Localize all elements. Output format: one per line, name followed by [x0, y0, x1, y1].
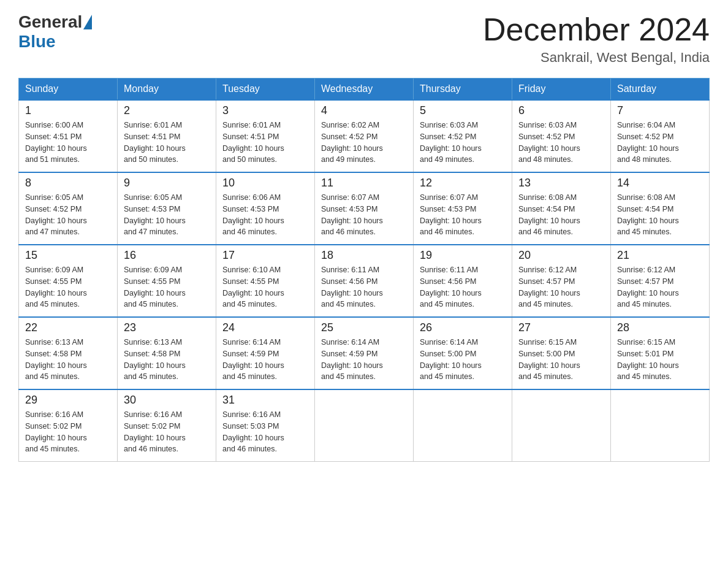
calendar-cell: 26 Sunrise: 6:14 AM Sunset: 5:00 PM Dayl… — [414, 317, 512, 389]
calendar-cell: 10 Sunrise: 6:06 AM Sunset: 4:53 PM Dayl… — [216, 172, 315, 245]
calendar-cell: 1 Sunrise: 6:00 AM Sunset: 4:51 PM Dayli… — [19, 100, 118, 172]
title-section: December 2024 Sankrail, West Bengal, Ind… — [483, 12, 710, 66]
calendar-cell: 23 Sunrise: 6:13 AM Sunset: 4:58 PM Dayl… — [118, 317, 216, 389]
column-header-wednesday: Wednesday — [315, 79, 414, 101]
day-info: Sunrise: 6:12 AM Sunset: 4:57 PM Dayligh… — [518, 264, 604, 310]
calendar-cell: 29 Sunrise: 6:16 AM Sunset: 5:02 PM Dayl… — [19, 389, 118, 462]
day-info: Sunrise: 6:04 AM Sunset: 4:52 PM Dayligh… — [617, 120, 703, 166]
calendar-cell — [512, 389, 611, 462]
day-info: Sunrise: 6:02 AM Sunset: 4:52 PM Dayligh… — [321, 120, 407, 166]
day-number: 30 — [124, 394, 210, 407]
day-info: Sunrise: 6:13 AM Sunset: 4:58 PM Dayligh… — [124, 337, 210, 383]
day-number: 31 — [222, 394, 308, 407]
day-info: Sunrise: 6:07 AM Sunset: 4:53 PM Dayligh… — [420, 192, 506, 238]
calendar-cell: 19 Sunrise: 6:11 AM Sunset: 4:56 PM Dayl… — [414, 245, 512, 317]
day-info: Sunrise: 6:12 AM Sunset: 4:57 PM Dayligh… — [617, 264, 703, 310]
day-number: 7 — [617, 104, 703, 117]
calendar-week-row: 15 Sunrise: 6:09 AM Sunset: 4:55 PM Dayl… — [19, 245, 710, 317]
calendar-cell — [611, 389, 710, 462]
calendar-cell: 6 Sunrise: 6:03 AM Sunset: 4:52 PM Dayli… — [512, 100, 611, 172]
column-header-saturday: Saturday — [611, 79, 710, 101]
day-number: 26 — [420, 321, 506, 334]
day-number: 23 — [124, 321, 210, 334]
calendar-cell: 28 Sunrise: 6:15 AM Sunset: 5:01 PM Dayl… — [611, 317, 710, 389]
calendar-cell: 31 Sunrise: 6:16 AM Sunset: 5:03 PM Dayl… — [216, 389, 315, 462]
day-number: 11 — [321, 177, 407, 190]
logo-blue-text: Blue — [18, 32, 56, 52]
calendar-cell: 12 Sunrise: 6:07 AM Sunset: 4:53 PM Dayl… — [414, 172, 512, 245]
logo: General Blue — [18, 12, 92, 52]
day-info: Sunrise: 6:05 AM Sunset: 4:53 PM Dayligh… — [124, 192, 210, 238]
calendar-week-row: 22 Sunrise: 6:13 AM Sunset: 4:58 PM Dayl… — [19, 317, 710, 389]
day-info: Sunrise: 6:03 AM Sunset: 4:52 PM Dayligh… — [420, 120, 506, 166]
day-number: 8 — [25, 177, 111, 190]
month-title: December 2024 — [483, 12, 710, 47]
calendar-cell: 20 Sunrise: 6:12 AM Sunset: 4:57 PM Dayl… — [512, 245, 611, 317]
day-number: 27 — [518, 321, 604, 334]
logo-general-text: General — [18, 12, 82, 32]
calendar-week-row: 8 Sunrise: 6:05 AM Sunset: 4:52 PM Dayli… — [19, 172, 710, 245]
day-info: Sunrise: 6:09 AM Sunset: 4:55 PM Dayligh… — [124, 264, 210, 310]
day-info: Sunrise: 6:01 AM Sunset: 4:51 PM Dayligh… — [222, 120, 308, 166]
day-number: 10 — [222, 177, 308, 190]
day-number: 4 — [321, 104, 407, 117]
column-header-sunday: Sunday — [19, 79, 118, 101]
calendar-cell: 3 Sunrise: 6:01 AM Sunset: 4:51 PM Dayli… — [216, 100, 315, 172]
day-info: Sunrise: 6:01 AM Sunset: 4:51 PM Dayligh… — [124, 120, 210, 166]
day-number: 24 — [222, 321, 308, 334]
column-header-thursday: Thursday — [414, 79, 512, 101]
day-number: 15 — [25, 249, 111, 262]
calendar-cell: 17 Sunrise: 6:10 AM Sunset: 4:55 PM Dayl… — [216, 245, 315, 317]
calendar-header-row: SundayMondayTuesdayWednesdayThursdayFrid… — [19, 79, 710, 101]
calendar-cell: 21 Sunrise: 6:12 AM Sunset: 4:57 PM Dayl… — [611, 245, 710, 317]
calendar-cell: 24 Sunrise: 6:14 AM Sunset: 4:59 PM Dayl… — [216, 317, 315, 389]
column-header-tuesday: Tuesday — [216, 79, 315, 101]
page-header: General Blue December 2024 Sankrail, Wes… — [18, 12, 710, 66]
day-number: 3 — [222, 104, 308, 117]
calendar-cell: 8 Sunrise: 6:05 AM Sunset: 4:52 PM Dayli… — [19, 172, 118, 245]
day-info: Sunrise: 6:15 AM Sunset: 5:00 PM Dayligh… — [518, 337, 604, 383]
logo-triangle-icon — [83, 15, 92, 29]
calendar-cell: 16 Sunrise: 6:09 AM Sunset: 4:55 PM Dayl… — [118, 245, 216, 317]
calendar-cell: 11 Sunrise: 6:07 AM Sunset: 4:53 PM Dayl… — [315, 172, 414, 245]
day-info: Sunrise: 6:10 AM Sunset: 4:55 PM Dayligh… — [222, 264, 308, 310]
day-info: Sunrise: 6:03 AM Sunset: 4:52 PM Dayligh… — [518, 120, 604, 166]
day-info: Sunrise: 6:07 AM Sunset: 4:53 PM Dayligh… — [321, 192, 407, 238]
day-number: 13 — [518, 177, 604, 190]
day-info: Sunrise: 6:15 AM Sunset: 5:01 PM Dayligh… — [617, 337, 703, 383]
day-number: 21 — [617, 249, 703, 262]
day-info: Sunrise: 6:00 AM Sunset: 4:51 PM Dayligh… — [25, 120, 111, 166]
calendar-week-row: 1 Sunrise: 6:00 AM Sunset: 4:51 PM Dayli… — [19, 100, 710, 172]
calendar-cell — [315, 389, 414, 462]
day-number: 28 — [617, 321, 703, 334]
calendar-cell: 25 Sunrise: 6:14 AM Sunset: 4:59 PM Dayl… — [315, 317, 414, 389]
calendar-cell: 15 Sunrise: 6:09 AM Sunset: 4:55 PM Dayl… — [19, 245, 118, 317]
day-number: 6 — [518, 104, 604, 117]
day-number: 2 — [124, 104, 210, 117]
calendar-table: SundayMondayTuesdayWednesdayThursdayFrid… — [18, 78, 710, 462]
calendar-cell: 5 Sunrise: 6:03 AM Sunset: 4:52 PM Dayli… — [414, 100, 512, 172]
calendar-cell: 4 Sunrise: 6:02 AM Sunset: 4:52 PM Dayli… — [315, 100, 414, 172]
calendar-cell: 9 Sunrise: 6:05 AM Sunset: 4:53 PM Dayli… — [118, 172, 216, 245]
day-number: 1 — [25, 104, 111, 117]
day-number: 25 — [321, 321, 407, 334]
column-header-friday: Friday — [512, 79, 611, 101]
day-info: Sunrise: 6:14 AM Sunset: 5:00 PM Dayligh… — [420, 337, 506, 383]
location-title: Sankrail, West Bengal, India — [483, 50, 710, 66]
day-info: Sunrise: 6:16 AM Sunset: 5:02 PM Dayligh… — [124, 409, 210, 455]
day-number: 12 — [420, 177, 506, 190]
calendar-cell: 22 Sunrise: 6:13 AM Sunset: 4:58 PM Dayl… — [19, 317, 118, 389]
day-number: 5 — [420, 104, 506, 117]
day-number: 20 — [518, 249, 604, 262]
day-info: Sunrise: 6:08 AM Sunset: 4:54 PM Dayligh… — [617, 192, 703, 238]
calendar-cell — [414, 389, 512, 462]
day-number: 22 — [25, 321, 111, 334]
day-number: 19 — [420, 249, 506, 262]
day-number: 14 — [617, 177, 703, 190]
calendar-cell: 14 Sunrise: 6:08 AM Sunset: 4:54 PM Dayl… — [611, 172, 710, 245]
day-info: Sunrise: 6:11 AM Sunset: 4:56 PM Dayligh… — [321, 264, 407, 310]
day-info: Sunrise: 6:05 AM Sunset: 4:52 PM Dayligh… — [25, 192, 111, 238]
day-info: Sunrise: 6:08 AM Sunset: 4:54 PM Dayligh… — [518, 192, 604, 238]
day-number: 29 — [25, 394, 111, 407]
day-number: 9 — [124, 177, 210, 190]
